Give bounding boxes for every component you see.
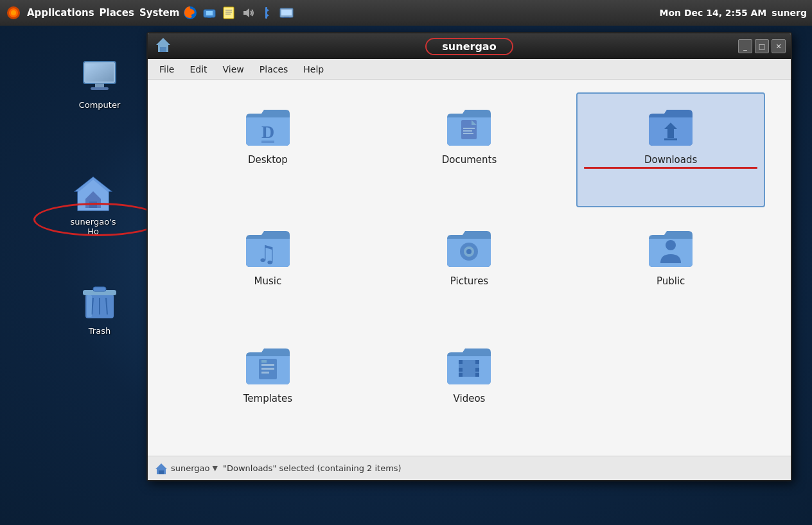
- notes-icon[interactable]: [220, 4, 237, 21]
- svg-point-2: [11, 10, 16, 15]
- folder-item-templates[interactable]: Templates: [173, 331, 362, 443]
- taskbar-right: Mon Dec 14, 2:55 AM sunerg: [659, 8, 807, 18]
- folder-item-public[interactable]: Public: [576, 214, 765, 325]
- svg-rect-16: [282, 17, 291, 18]
- documents-folder-label: Documents: [442, 154, 497, 166]
- folder-item-desktop[interactable]: D Desktop: [173, 92, 362, 207]
- templates-folder-label: Templates: [243, 393, 292, 404]
- svg-rect-50: [459, 360, 463, 364]
- menu-view[interactable]: View: [216, 62, 251, 77]
- pictures-folder-label: Pictures: [450, 275, 488, 287]
- svg-rect-47: [261, 372, 269, 374]
- public-folder-icon: [645, 225, 696, 270]
- folder-item-documents[interactable]: Documents: [375, 92, 564, 207]
- network2-icon[interactable]: [278, 4, 295, 21]
- selection-underline: [584, 167, 757, 169]
- window-controls: _ □ ✕: [738, 39, 786, 53]
- file-manager-window: sunergao _ □ ✕ File Edit View Places Hel…: [146, 32, 792, 481]
- svg-rect-51: [475, 360, 479, 364]
- trash-label: Trash: [89, 326, 110, 336]
- volume-icon[interactable]: [240, 4, 256, 21]
- svg-rect-56: [159, 470, 164, 474]
- home-label: sunergao's Ho: [64, 217, 122, 236]
- close-button[interactable]: ✕: [772, 39, 786, 53]
- menu-places[interactable]: Places: [253, 62, 295, 77]
- minimize-button[interactable]: _: [738, 39, 752, 53]
- menu-help[interactable]: Help: [297, 62, 330, 77]
- svg-rect-20: [95, 83, 104, 87]
- folder-item-pictures[interactable]: Pictures: [375, 214, 564, 325]
- svg-text:♫: ♫: [256, 241, 277, 267]
- system-menu[interactable]: System: [139, 7, 179, 19]
- app-logo-icon: [5, 4, 22, 21]
- svg-rect-52: [459, 368, 463, 372]
- downloads-folder-icon: [645, 104, 696, 149]
- applications-menu[interactable]: Applications: [27, 7, 94, 19]
- music-folder-icon: ♫: [242, 225, 294, 270]
- maximize-button[interactable]: □: [755, 39, 769, 53]
- svg-rect-48: [261, 360, 267, 363]
- templates-folder-icon: [242, 343, 294, 388]
- svg-rect-55: [475, 373, 479, 377]
- desktop-icon-trash[interactable]: Trash: [71, 282, 128, 336]
- places-menu[interactable]: Places: [100, 7, 134, 19]
- svg-rect-36: [463, 133, 473, 134]
- status-home-icon: [154, 461, 168, 476]
- desktop-folder-label: Desktop: [248, 154, 288, 166]
- computer-icon: [79, 56, 120, 98]
- menu-file[interactable]: File: [153, 62, 181, 77]
- status-dropdown-arrow[interactable]: ▼: [213, 464, 218, 472]
- file-grid: D Desktop Docu: [148, 80, 791, 456]
- trash-icon: [79, 282, 120, 323]
- videos-folder-icon: [443, 343, 495, 388]
- svg-rect-54: [459, 373, 463, 377]
- svg-rect-14: [281, 10, 292, 15]
- folder-item-videos[interactable]: Videos: [375, 331, 564, 443]
- documents-folder-icon: [443, 104, 495, 149]
- svg-rect-53: [475, 368, 479, 372]
- folder-item-downloads[interactable]: Downloads: [576, 92, 765, 207]
- svg-rect-35: [463, 130, 472, 132]
- svg-rect-7: [224, 7, 234, 19]
- svg-rect-32: [261, 141, 274, 143]
- status-message: "Downloads" selected (containing 2 items…: [223, 463, 402, 473]
- svg-text:D: D: [261, 122, 274, 142]
- svg-marker-11: [243, 8, 249, 17]
- svg-rect-25: [93, 287, 106, 291]
- folder-item-music[interactable]: ♫ Music: [173, 214, 362, 325]
- svg-rect-30: [160, 47, 166, 52]
- desktop-folder-icon: D: [242, 104, 294, 149]
- window-title: sunergao: [425, 38, 513, 55]
- username-display: sunerg: [772, 8, 807, 18]
- svg-rect-5: [206, 11, 213, 15]
- svg-rect-34: [463, 128, 475, 129]
- network-icon[interactable]: [201, 4, 218, 21]
- svg-rect-21: [91, 87, 109, 90]
- clock-display: Mon Dec 14, 2:55 AM: [659, 8, 766, 18]
- music-folder-label: Music: [254, 275, 281, 287]
- status-location-text: sunergao: [171, 463, 210, 473]
- bluetooth-icon[interactable]: [259, 4, 276, 21]
- svg-point-43: [666, 240, 676, 250]
- firefox-icon[interactable]: [182, 4, 199, 21]
- menu-edit[interactable]: Edit: [183, 62, 213, 77]
- titlebar: sunergao _ □ ✕: [148, 33, 791, 59]
- desktop-icon-computer[interactable]: Computer: [71, 56, 128, 110]
- statusbar: sunergao ▼ "Downloads" selected (contain…: [148, 456, 791, 480]
- titlebar-home-icon: [154, 36, 172, 56]
- videos-folder-label: Videos: [454, 393, 486, 404]
- desktop-icon-home[interactable]: sunergao's Ho: [64, 173, 122, 236]
- svg-rect-19: [85, 64, 114, 82]
- downloads-folder-label: Downloads: [644, 154, 697, 166]
- svg-rect-45: [261, 364, 274, 366]
- menubar: File Edit View Places Help: [148, 59, 791, 80]
- status-location[interactable]: sunergao ▼: [154, 461, 218, 476]
- pictures-folder-icon: [443, 225, 495, 270]
- home-folder-icon: [73, 173, 114, 214]
- svg-rect-46: [261, 368, 274, 370]
- svg-point-42: [466, 249, 472, 254]
- svg-rect-6: [207, 17, 211, 18]
- svg-rect-29: [87, 295, 92, 317]
- taskbar: Applications Places System: [0, 0, 812, 26]
- public-folder-label: Public: [657, 275, 685, 287]
